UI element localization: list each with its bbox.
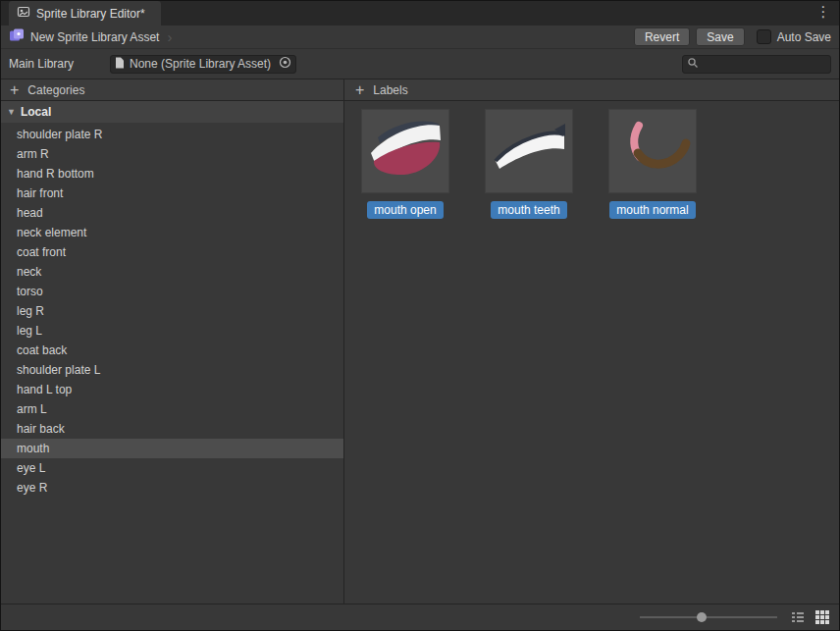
category-list: shoulder plate R arm R hand R bottom hai… [1,125,343,498]
panel-headers: + Categories + Labels [1,79,839,101]
slider-track[interactable] [640,616,777,618]
category-item[interactable]: torso [1,282,343,301]
label-card[interactable]: mouth normal [608,109,697,219]
revert-button[interactable]: Revert [634,27,690,46]
category-item[interactable]: arm R [1,144,343,164]
save-button[interactable]: Save [696,27,744,46]
main-library-row: Main Library None (Sprite Library Asset) [1,49,839,79]
asset-name-breadcrumb[interactable]: New Sprite Library Asset [30,30,159,44]
category-item[interactable]: leg R [1,301,343,321]
search-icon [687,57,699,72]
tab-sprite-library-editor[interactable]: Sprite Library Editor* [9,1,161,26]
categories-header: + Categories [1,79,344,100]
foldout-triangle-icon: ▼ [7,107,16,117]
search-field[interactable] [682,55,831,74]
categories-title: Categories [27,83,84,97]
local-foldout[interactable]: ▼ Local [1,101,343,123]
object-picker-icon[interactable] [279,56,291,72]
category-item[interactable]: hair front [1,184,343,203]
sprite-thumbnail-mouth-normal[interactable] [608,109,697,193]
category-item[interactable]: neck element [1,223,343,242]
add-category-button[interactable]: + [10,83,19,97]
category-item[interactable]: hair back [1,419,343,439]
list-view-icon[interactable] [790,609,806,625]
sprite-thumbnail-mouth-open[interactable] [361,109,449,193]
label-card[interactable]: mouth open [361,109,449,219]
auto-save-label: Auto Save [777,30,831,44]
category-item-selected[interactable]: mouth [1,439,343,458]
local-group-label: Local [21,105,51,119]
labels-title: Labels [373,83,407,97]
labels-header: + Labels [344,79,839,100]
category-item[interactable]: hand L top [1,380,343,399]
category-item[interactable]: arm L [1,399,343,419]
bottom-bar [1,604,839,630]
main-library-label: Main Library [9,57,74,71]
grid-view-icon[interactable] [814,609,830,625]
search-input[interactable] [699,56,826,72]
main-library-object-field[interactable]: None (Sprite Library Asset) [110,55,296,74]
category-item[interactable]: coat front [1,242,343,262]
kebab-menu-icon[interactable]: ⋮ [815,3,831,23]
label-chip[interactable]: mouth open [367,201,443,219]
editor-body: ▼ Local shoulder plate R arm R hand R bo… [1,101,839,604]
tab-strip: Sprite Library Editor* ⋮ [1,1,839,26]
sprite-library-editor-window: Sprite Library Editor* ⋮ New Sprite Libr… [0,0,840,631]
add-label-button[interactable]: + [355,83,364,97]
category-item[interactable]: eye R [1,478,343,498]
auto-save-checkbox[interactable] [757,29,771,44]
category-item[interactable]: hand R bottom [1,164,343,184]
category-item[interactable]: leg L [1,321,343,341]
slider-thumb[interactable] [697,612,707,622]
sprite-thumbnail-mouth-teeth[interactable] [485,109,573,193]
category-item[interactable]: head [1,203,343,223]
object-field-value: None (Sprite Library Asset) [130,57,274,71]
categories-panel: ▼ Local shoulder plate R arm R hand R bo… [1,101,344,604]
label-chip[interactable]: mouth teeth [491,201,566,219]
category-item[interactable]: shoulder plate L [1,360,343,380]
toolbar: New Sprite Library Asset › Revert Save A… [1,26,839,49]
category-item[interactable]: coat back [1,341,343,360]
category-item[interactable]: eye L [1,458,343,478]
asset-doc-icon [115,57,125,72]
category-item[interactable]: neck [1,262,343,282]
labels-panel: mouth open mouth teeth [344,101,839,604]
sprite-library-asset-icon [9,27,25,46]
breadcrumb-chevron-icon: › [167,29,172,44]
sprite-library-tab-icon [17,5,30,22]
category-item[interactable]: shoulder plate R [1,125,343,144]
thumbnail-size-slider[interactable] [640,610,777,624]
label-chip[interactable]: mouth normal [609,201,695,219]
tab-title: Sprite Library Editor* [36,7,145,21]
label-card[interactable]: mouth teeth [485,109,573,219]
